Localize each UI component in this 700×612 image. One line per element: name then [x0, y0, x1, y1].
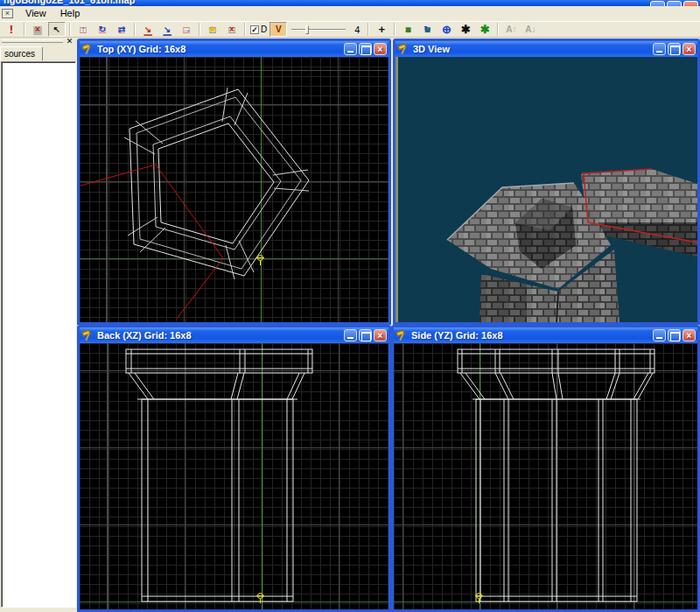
resource-sidebar: ✕ sources	[0, 38, 77, 612]
dock-grip[interactable]	[2, 39, 63, 43]
toolbar-separator	[368, 23, 369, 36]
3d-view-title: 3D View	[413, 44, 653, 54]
toolbar-separator	[134, 23, 136, 36]
brush-move-button[interactable]: □⇄	[113, 22, 130, 37]
camera-rotate-glyph: ↻	[424, 25, 430, 34]
window-top-xy: Top (XY) Grid: 16x8 ×	[77, 39, 391, 325]
checkbox-icon[interactable]: ✓	[250, 25, 259, 34]
top-xy-wireframe	[80, 57, 388, 322]
3d-viewport[interactable]	[396, 57, 697, 322]
window-back-xz: Back (XZ) Grid: 16x8 ×	[77, 325, 391, 612]
menubar: × View Help	[0, 6, 700, 21]
compile-glyph: !	[10, 25, 13, 34]
hammer-icon	[397, 44, 410, 54]
side-yz-maximize-button[interactable]	[668, 329, 681, 341]
new-brush-glyph: ★	[209, 25, 217, 34]
top-xy-maximize-button[interactable]	[359, 43, 372, 55]
toolbar: !▦×↖□↑□↻□⇄▁↘▁↘□→□★□×✓DV4+■→■↻⊕✱✱A↑A↓	[0, 21, 700, 38]
hammer-icon	[396, 330, 408, 341]
window-side-yz: Side (YZ) Grid: 16x8 ×	[391, 325, 700, 612]
delete-brush-button[interactable]: □×	[223, 22, 241, 37]
back-xz-titlebar[interactable]: Back (XZ) Grid: 16x8 ×	[80, 327, 388, 343]
hammer-icon	[81, 44, 94, 54]
pan-tool-button[interactable]: +	[373, 22, 390, 37]
brush-rotate-glyph: ↻	[99, 25, 106, 34]
window-3d-view: 3D View ×	[393, 39, 700, 325]
brush-rotate-button[interactable]: □↻	[94, 22, 111, 37]
3d-view-maximize-button[interactable]	[668, 43, 681, 55]
deselect-glyph: ×	[35, 25, 40, 34]
toolbar-separator	[244, 23, 246, 36]
hollow-brush-button[interactable]: □→	[178, 22, 195, 37]
side-yz-wireframe	[394, 343, 697, 609]
compile-button[interactable]: !	[3, 22, 20, 37]
sort-down-button: A↓	[522, 22, 539, 37]
grid-zoom-slider[interactable]	[291, 23, 346, 36]
view-mode-toggle[interactable]: V	[270, 22, 287, 37]
back-xz-viewport[interactable]	[80, 343, 388, 609]
3d-view-minimize-button[interactable]	[653, 43, 666, 55]
resource-list[interactable]	[1, 61, 76, 608]
sort-down-glyph: A↓	[525, 25, 536, 34]
toolbar-separator	[199, 23, 200, 36]
3d-view-titlebar[interactable]: 3D View ×	[396, 41, 697, 57]
zoom-tool-button[interactable]: ⊕	[438, 22, 455, 37]
menu-view[interactable]: View	[18, 6, 53, 20]
side-yz-viewport[interactable]	[394, 343, 697, 609]
back-xz-title: Back (XZ) Grid: 16x8	[97, 330, 344, 341]
grid-size-value: 4	[349, 25, 365, 35]
select-tool-glyph: ↖	[53, 25, 60, 34]
back-xz-maximize-button[interactable]	[359, 329, 372, 341]
entity-marker[interactable]	[257, 255, 263, 261]
top-xy-title: Top (XY) Grid: 16x8	[97, 44, 344, 54]
top-xy-viewport[interactable]	[80, 57, 388, 322]
toolbar-separator	[497, 23, 499, 36]
entity-marker[interactable]	[476, 593, 482, 599]
entity-green-button[interactable]: ✱	[476, 22, 494, 37]
deselect-button[interactable]: ▦×	[29, 22, 46, 37]
side-yz-minimize-button[interactable]	[653, 329, 666, 341]
3d-view-close-button[interactable]: ×	[682, 43, 696, 55]
view-mode-toggle-glyph: V	[276, 25, 282, 34]
sort-up-button: A↑	[502, 22, 520, 37]
new-brush-button[interactable]: □★	[204, 22, 221, 37]
hollow-brush-glyph: →	[182, 25, 191, 34]
select-tool-button[interactable]: ↖	[48, 22, 66, 37]
document-icon[interactable]: ×	[2, 9, 13, 18]
hammer-icon	[81, 330, 94, 341]
main-title: ngoBongo2E_101_61on.map	[4, 0, 135, 6]
tab-sources[interactable]: sources	[0, 46, 43, 61]
camera-move-glyph: →	[403, 25, 412, 34]
brush-raise-button[interactable]: □↑	[74, 22, 92, 37]
top-xy-close-button[interactable]: ×	[374, 43, 387, 55]
back-xz-minimize-button[interactable]	[344, 329, 357, 341]
drop-red-button[interactable]: ▁↘	[139, 22, 157, 37]
entity-green-glyph: ✱	[480, 25, 490, 34]
back-xz-wireframe	[80, 343, 388, 609]
top-xy-minimize-button[interactable]	[344, 43, 357, 55]
entity-marker[interactable]	[257, 593, 263, 599]
pan-tool-glyph: +	[379, 25, 386, 34]
drop-blue-button[interactable]: ▁↘	[158, 22, 176, 37]
entity-dark-button[interactable]: ✱	[457, 22, 474, 37]
zoom-tool-glyph: ⊕	[442, 25, 452, 34]
side-yz-titlebar[interactable]: Side (YZ) Grid: 16x8 ×	[394, 327, 697, 343]
brush-raise-glyph: ↑	[81, 25, 86, 34]
back-xz-close-button[interactable]: ×	[374, 329, 387, 341]
slider-thumb[interactable]	[305, 25, 309, 34]
3d-render	[396, 57, 697, 322]
detail-toggle[interactable]: ✓D	[250, 25, 267, 34]
entity-dark-glyph: ✱	[461, 25, 471, 34]
main-titlebar[interactable]: ngoBongo2E_101_61on.map	[0, 0, 700, 6]
top-xy-titlebar[interactable]: Top (XY) Grid: 16x8 ×	[80, 41, 388, 57]
side-yz-close-button[interactable]: ×	[682, 329, 696, 341]
delete-brush-glyph: ×	[229, 25, 234, 34]
sort-up-glyph: A↑	[506, 25, 516, 34]
checkbox-label: D	[261, 25, 267, 34]
camera-move-button[interactable]: ■→	[399, 22, 416, 37]
camera-rotate-button[interactable]: ■↻	[418, 22, 436, 37]
dock-close-icon[interactable]: ✕	[64, 36, 75, 47]
side-yz-title: Side (YZ) Grid: 16x8	[411, 330, 653, 341]
menu-help[interactable]: Help	[53, 6, 88, 20]
toolbar-separator	[394, 23, 396, 36]
